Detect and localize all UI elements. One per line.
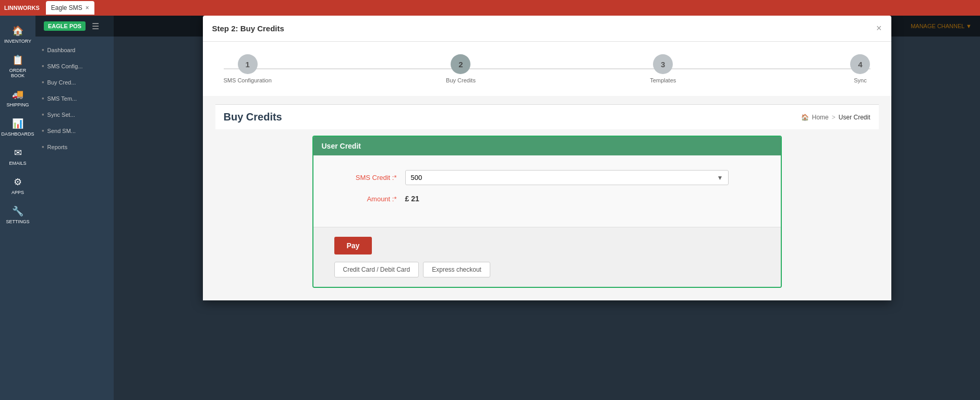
amount-required: * xyxy=(394,195,396,203)
step-2: 2 Buy Credits xyxy=(446,54,476,83)
user-credit-card: User Credit SMS Credit :* 500 xyxy=(312,136,782,288)
secondary-item-reports-label: Reports xyxy=(47,144,68,150)
stepper: 1 SMS Configuration 2 Buy Credits 3 Temp… xyxy=(203,42,891,96)
sms-templates-icon: ▪ xyxy=(42,94,44,102)
secondary-item-sync-settings[interactable]: ▪ Sync Set... xyxy=(35,106,114,123)
main-layout: 🏠 INVENTORY 📋 ORDER BOOK 🚚 SHIPPING 📊 DA… xyxy=(0,16,980,400)
breadcrumb-separator: > xyxy=(832,114,836,121)
shipping-icon: 🚚 xyxy=(12,89,23,100)
secondary-sidebar: ▪ Dashboard ▪ SMS Config... ▪ Buy Cred..… xyxy=(35,37,114,400)
sync-settings-icon: ▪ xyxy=(42,111,44,118)
sidebar-item-apps-label: APPS xyxy=(11,190,24,195)
sidebar-item-dashboards[interactable]: 📊 DASHBOARDS xyxy=(0,113,35,142)
step-3: 3 Templates xyxy=(650,54,676,83)
step-2-label: Buy Credits xyxy=(446,77,476,83)
buy-credits-icon: ▪ xyxy=(42,78,44,86)
sidebar-item-shipping[interactable]: 🚚 SHIPPING xyxy=(0,83,35,113)
buy-credits-modal: Step 2: Buy Credits × 1 SMS Configuratio… xyxy=(203,16,891,300)
buy-credits-title: Buy Credits xyxy=(224,111,282,123)
emails-icon: ✉ xyxy=(14,147,22,159)
sidebar-item-inventory[interactable]: 🏠 INVENTORY xyxy=(0,20,35,49)
credit-card-button[interactable]: Credit Card / Debit Card xyxy=(334,262,419,277)
sms-config-icon: ▪ xyxy=(42,62,44,70)
step-4: 4 Sync xyxy=(850,54,870,83)
modal-header: Step 2: Buy Credits × xyxy=(203,16,891,42)
hamburger-icon[interactable]: ☰ xyxy=(92,21,99,31)
step-2-circle: 2 xyxy=(451,54,470,74)
settings-icon: 🔧 xyxy=(12,205,23,217)
content-area: EAGLE POS ☰ MANAGE CHANNEL ▼ ▪ Dashboard… xyxy=(35,16,980,400)
breadcrumb-home[interactable]: Home xyxy=(812,114,829,121)
modal-title: Step 2: Buy Credits xyxy=(212,24,284,33)
card-header: User Credit xyxy=(313,137,781,155)
step-1: 1 SMS Configuration xyxy=(224,54,272,83)
amount-value: £ 21 xyxy=(405,195,419,203)
secondary-item-sms-config-label: SMS Config... xyxy=(47,63,83,69)
tab-close-button[interactable]: × xyxy=(86,4,89,11)
inventory-icon: 🏠 xyxy=(12,25,23,37)
modal-overlay: Step 2: Buy Credits × 1 SMS Configuratio… xyxy=(114,16,980,400)
step-1-circle: 1 xyxy=(238,54,258,74)
sidebar-item-inventory-label: INVENTORY xyxy=(4,39,31,44)
secondary-item-sms-templates[interactable]: ▪ SMS Tem... xyxy=(35,90,114,106)
reports-icon: ▪ xyxy=(42,143,44,151)
sidebar-item-settings[interactable]: 🔧 SETTINGS xyxy=(0,200,35,229)
card-body: SMS Credit :* 500 1000 2000 5000 10000 xyxy=(313,155,781,227)
secondary-item-dashboard-label: Dashboard xyxy=(47,47,76,53)
tab-bar: LINNWORKS Eagle SMS × xyxy=(0,0,980,16)
home-icon: 🏠 xyxy=(801,114,809,121)
pay-button[interactable]: Pay xyxy=(334,237,372,254)
payment-methods: Credit Card / Debit Card Express checkou… xyxy=(334,262,760,277)
modal-close-button[interactable]: × xyxy=(876,23,882,34)
secondary-item-send-sms[interactable]: ▪ Send SM... xyxy=(35,123,114,139)
sms-credit-label: SMS Credit :* xyxy=(334,174,397,181)
sms-credit-select[interactable]: 500 1000 2000 5000 10000 xyxy=(405,170,729,185)
secondary-item-reports[interactable]: ▪ Reports xyxy=(35,139,114,155)
sidebar-item-settings-label: SETTINGS xyxy=(6,219,29,224)
step-3-circle: 3 xyxy=(653,54,673,74)
dashboard-icon: ▪ xyxy=(42,46,44,54)
sidebar-item-order-book-label: ORDER BOOK xyxy=(2,68,33,78)
apps-icon: ⚙ xyxy=(14,176,22,188)
secondary-item-sms-templates-label: SMS Tem... xyxy=(47,95,77,102)
step-4-label: Sync xyxy=(854,77,866,83)
step-4-circle: 4 xyxy=(850,54,870,74)
sidebar-item-apps[interactable]: ⚙ APPS xyxy=(0,171,35,200)
sidebar-item-order-book[interactable]: 📋 ORDER BOOK xyxy=(0,49,35,83)
sidebar-item-emails[interactable]: ✉ EMAILS xyxy=(0,142,35,171)
sidebar-item-emails-label: EMAILS xyxy=(9,161,26,166)
tab-label: Eagle SMS xyxy=(51,4,82,11)
dashboards-icon: 📊 xyxy=(12,118,23,129)
send-sms-icon: ▪ xyxy=(42,127,44,135)
sidebar-item-shipping-label: SHIPPING xyxy=(6,102,29,107)
app-logo: EAGLE POS xyxy=(44,21,86,31)
express-checkout-button[interactable]: Express checkout xyxy=(423,262,490,277)
secondary-item-buy-credits-label: Buy Cred... xyxy=(47,79,76,86)
secondary-item-dashboard[interactable]: ▪ Dashboard xyxy=(35,42,114,58)
breadcrumb-current: User Credit xyxy=(839,114,870,121)
step-1-label: SMS Configuration xyxy=(224,77,272,83)
breadcrumb: 🏠 Home > User Credit xyxy=(801,114,870,121)
amount-row: Amount :* £ 21 xyxy=(334,195,760,203)
step-3-label: Templates xyxy=(650,77,676,83)
tab-eagle-sms[interactable]: Eagle SMS × xyxy=(46,1,94,15)
modal-body: Buy Credits 🏠 Home > User Credit User Cr… xyxy=(203,96,891,300)
secondary-item-send-sms-label: Send SM... xyxy=(47,128,76,134)
payment-section: Pay Credit Card / Debit Card Express che… xyxy=(313,227,781,287)
order-book-icon: 📋 xyxy=(12,54,23,66)
sidebar-item-dashboards-label: DASHBOARDS xyxy=(2,131,34,137)
secondary-item-sync-settings-label: Sync Set... xyxy=(47,112,75,118)
secondary-item-sms-config[interactable]: ▪ SMS Config... xyxy=(35,58,114,74)
sms-credit-required: * xyxy=(394,174,396,181)
stepper-steps: 1 SMS Configuration 2 Buy Credits 3 Temp… xyxy=(224,54,870,83)
buy-credits-header: Buy Credits 🏠 Home > User Credit xyxy=(215,104,879,129)
amount-label: Amount :* xyxy=(334,195,397,203)
sms-credit-row: SMS Credit :* 500 1000 2000 5000 10000 xyxy=(334,170,760,185)
secondary-item-buy-credits[interactable]: ▪ Buy Cred... xyxy=(35,74,114,90)
left-sidebar: 🏠 INVENTORY 📋 ORDER BOOK 🚚 SHIPPING 📊 DA… xyxy=(0,16,35,400)
brand-label: LINNWORKS xyxy=(4,5,40,11)
sms-credit-select-wrap: 500 1000 2000 5000 10000 ▼ xyxy=(405,170,729,185)
